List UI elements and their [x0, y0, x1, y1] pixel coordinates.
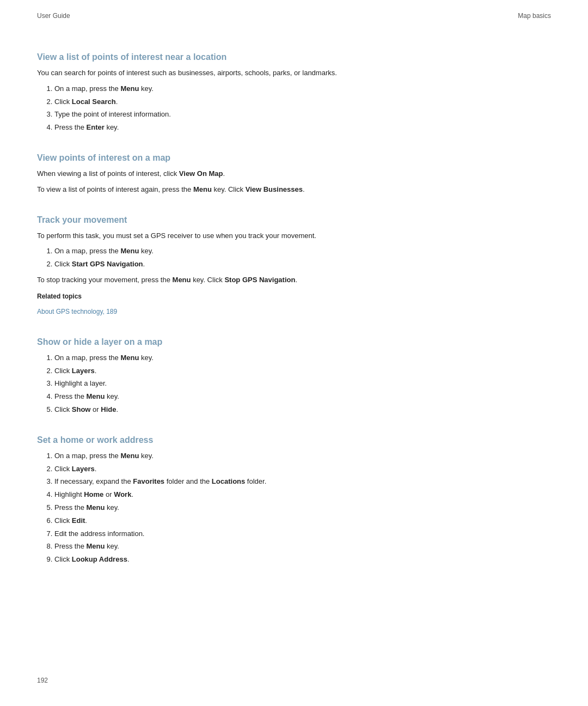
- section-body-set-home-work: On a map, press the Menu key. Click Laye…: [37, 451, 551, 565]
- list-item: Click Lookup Address.: [54, 554, 551, 565]
- page-content: View a list of points of interest near a…: [0, 20, 588, 618]
- section-track-movement: Track your movement To perform this task…: [37, 215, 551, 318]
- list-item: Click Layers.: [54, 366, 551, 377]
- page-header: User Guide Map basics: [0, 0, 588, 20]
- list-item: Highlight Home or Work.: [54, 489, 551, 501]
- list-item: Press the Menu key.: [54, 502, 551, 514]
- list-item: Click Local Search.: [54, 96, 551, 108]
- section-title-view-points-on-map: View points of interest on a map: [37, 153, 551, 163]
- header-left: User Guide: [37, 12, 70, 20]
- list-item: Highlight a layer.: [54, 378, 551, 389]
- section-body-track-movement: To perform this task, you must set a GPS…: [37, 230, 551, 318]
- section-steps-track: On a map, press the Menu key. Click Star…: [54, 246, 551, 270]
- list-item: Click Show or Hide.: [54, 404, 551, 416]
- list-item: Press the Menu key.: [54, 391, 551, 403]
- section-title-show-hide-layer: Show or hide a layer on a map: [37, 337, 551, 347]
- list-item: Click Start GPS Navigation.: [54, 259, 551, 270]
- section-view-points-on-map: View points of interest on a map When vi…: [37, 153, 551, 196]
- section-title-track-movement: Track your movement: [37, 215, 551, 225]
- section-steps-set-home-work: On a map, press the Menu key. Click Laye…: [54, 451, 551, 565]
- section-title-view-points-interest: View a list of points of interest near a…: [37, 52, 551, 62]
- section-body-show-hide-layer: On a map, press the Menu key. Click Laye…: [37, 352, 551, 416]
- para-view-on-map-2: To view a list of points of interest aga…: [37, 184, 551, 196]
- section-view-points-interest: View a list of points of interest near a…: [37, 52, 551, 133]
- related-topics-label: Related topics: [37, 291, 551, 302]
- header-right: Map basics: [518, 12, 551, 20]
- section-intro-track: To perform this task, you must set a GPS…: [37, 230, 551, 242]
- section-show-hide-layer: Show or hide a layer on a map On a map, …: [37, 337, 551, 416]
- page-number: 192: [37, 677, 48, 684]
- list-item: On a map, press the Menu key.: [54, 352, 551, 364]
- section-body-view-points-interest: You can search for points of interest su…: [37, 68, 551, 133]
- section-title-set-home-work: Set a home or work address: [37, 435, 551, 445]
- para-track-after: To stop tracking your movement, press th…: [37, 275, 551, 286]
- list-item: On a map, press the Menu key.: [54, 83, 551, 95]
- section-steps-view-points: On a map, press the Menu key. Click Loca…: [54, 83, 551, 133]
- para-view-on-map-1: When viewing a list of points of interes…: [37, 168, 551, 180]
- list-item: If necessary, expand the Favorites folde…: [54, 476, 551, 488]
- section-steps-show-hide: On a map, press the Menu key. Click Laye…: [54, 352, 551, 416]
- section-set-home-work: Set a home or work address On a map, pre…: [37, 435, 551, 565]
- list-item: Press the Enter key.: [54, 122, 551, 133]
- section-intro-view-points: You can search for points of interest su…: [37, 68, 551, 79]
- section-body-view-points-on-map: When viewing a list of points of interes…: [37, 168, 551, 196]
- list-item: Type the point of interest information.: [54, 109, 551, 120]
- list-item: On a map, press the Menu key.: [54, 451, 551, 462]
- list-item: Click Edit.: [54, 515, 551, 527]
- list-item: Press the Menu key.: [54, 541, 551, 552]
- list-item: On a map, press the Menu key.: [54, 246, 551, 257]
- list-item: Edit the address information.: [54, 528, 551, 540]
- list-item: Click Layers.: [54, 464, 551, 475]
- related-link-gps[interactable]: About GPS technology, 189: [37, 308, 117, 315]
